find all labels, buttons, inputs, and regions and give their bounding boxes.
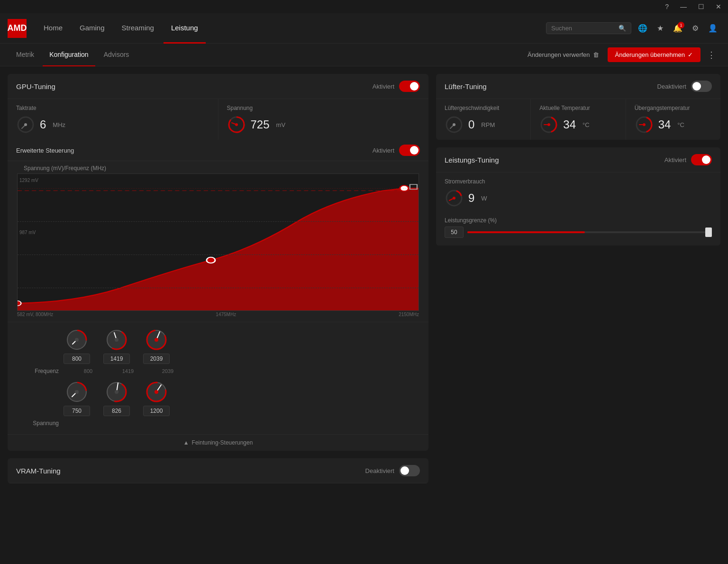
freq-input-1[interactable]: 800 [64, 354, 90, 364]
apply-label: Änderungen übernehmen [615, 51, 685, 58]
nav-leistung[interactable]: Leistung [164, 13, 206, 44]
bell-icon-btn[interactable]: 🔔 1 [670, 21, 685, 36]
leistungs-tuning-header: Leistungs-Tuning Aktiviert [436, 147, 720, 173]
grid-line-3 [18, 288, 419, 288]
taktrate-label: Taktrate [16, 105, 209, 111]
freq-knob-group: 800 1419 [64, 328, 170, 364]
slider-container: Leistungsgrenze (%) 50 [436, 213, 720, 246]
nav-right: 🔍 🌐 ★ 🔔 1 ⚙ 👤 [546, 21, 720, 36]
freq-val-3-display: 2039 [155, 368, 181, 374]
right-column: Lüfter-Tuning Deaktiviert Lüftergeschwin… [436, 74, 720, 483]
taktrate-value-row: 6 MHz [16, 115, 209, 134]
amd-logo: AMD [8, 19, 27, 38]
geschwindigkeit-label: Lüftergeschwindigkeit [445, 105, 522, 111]
ubergang-dial [635, 115, 654, 134]
chart-container[interactable]: 1292 mV 987 mV [17, 173, 419, 311]
temp-dial [539, 115, 558, 134]
taktrate-value: 6 [40, 118, 46, 131]
chart-y-top: 1292 mV [19, 178, 38, 183]
apply-button[interactable]: Änderungen übernehmen ✓ [608, 47, 701, 62]
subnav-metrik[interactable]: Metrik [9, 44, 41, 66]
star-icon-btn[interactable]: ★ [654, 21, 666, 36]
spannung-knob-svg-1[interactable] [65, 380, 89, 404]
help-button[interactable]: ? [662, 2, 672, 11]
stromverbrauch-unit: W [481, 195, 487, 202]
spannung-knob-group: 750 826 [64, 380, 170, 416]
globe-icon-btn[interactable]: 🌐 [635, 21, 650, 36]
nav-home[interactable]: Home [36, 13, 70, 44]
leistungs-tuning-toggle[interactable] [691, 154, 712, 165]
spannung-knob-svg-3[interactable] [145, 380, 168, 404]
maximize-button[interactable]: ☐ [695, 2, 707, 11]
search-box[interactable]: 🔍 [546, 22, 631, 34]
lufter-tuning-status: Deaktiviert [657, 83, 686, 90]
geschwindigkeit-value-row: 0 RPM [445, 115, 522, 134]
svg-point-25 [75, 390, 79, 394]
temp-value-row: 34 °C [539, 115, 617, 134]
lufter-tuning-toggle[interactable] [691, 81, 712, 92]
left-column: GPU-Tuning Aktiviert Taktrate 6 MHz [8, 74, 428, 483]
notification-badge: 1 [678, 22, 684, 28]
svg-point-35 [453, 123, 455, 126]
temp-metric: Aktuelle Temperatur 34 °C [531, 99, 626, 140]
fine-tuning-toggle[interactable]: ▲ Feintuning-Steuerungen [8, 434, 428, 451]
sub-nav: Metrik Konfiguration Advisors Änderungen… [0, 44, 728, 66]
minimize-button[interactable]: — [677, 2, 690, 11]
spannung-unit: mV [276, 121, 286, 128]
fine-tuning-label: Feintuning-Steuerungen [192, 439, 253, 446]
chart-x-right: 2150MHz [399, 312, 419, 317]
nav-gaming[interactable]: Gaming [72, 13, 112, 44]
search-input[interactable] [551, 25, 616, 32]
stromverbrauch-value-row: 9 W [445, 189, 712, 208]
vram-tuning-header: VRAM-Tuning Deaktiviert [8, 458, 428, 483]
freq-knob-svg-2[interactable] [105, 328, 128, 352]
nav-streaming[interactable]: Streaming [114, 13, 162, 44]
chevron-up-icon: ▲ [183, 439, 189, 446]
subnav-konfiguration[interactable]: Konfiguration [43, 44, 95, 66]
freq-knob-svg-1[interactable] [65, 328, 89, 352]
settings-icon-btn[interactable]: ⚙ [689, 21, 701, 36]
freq-input-2[interactable]: 1419 [103, 354, 130, 364]
erweiterte-toggle[interactable] [399, 145, 420, 156]
slider-thumb[interactable] [705, 227, 712, 237]
slider-track[interactable] [467, 231, 712, 233]
vram-tuning-card: VRAM-Tuning Deaktiviert [8, 458, 428, 483]
slider-fill [467, 231, 585, 233]
freq-input-3[interactable]: 2039 [143, 354, 170, 364]
chart-x-labels: 582 mV, 800MHz 1475MHz 2150MHz [15, 311, 421, 318]
lufter-tuning-title: Lüfter-Tuning [445, 82, 657, 91]
svg-point-7 [207, 257, 215, 263]
freq-val-2-display: 1419 [115, 368, 141, 374]
svg-point-6 [18, 301, 21, 306]
grid-line-1 [18, 221, 419, 222]
spannung-value: 725 [251, 118, 270, 131]
subnav-advisors[interactable]: Advisors [97, 44, 136, 66]
spannung-knob-2: 826 [103, 380, 130, 416]
spannung-knob-svg-2[interactable] [105, 380, 128, 404]
spannung-input-1[interactable]: 750 [64, 406, 90, 416]
svg-point-13 [75, 338, 79, 342]
chart-x-left: 582 mV, 800MHz [17, 312, 53, 317]
vram-tuning-toggle[interactable] [399, 465, 420, 476]
spannung-value-row: 725 mV [227, 115, 420, 134]
user-icon-btn[interactable]: 👤 [705, 21, 720, 36]
gpu-tuning-header: GPU-Tuning Aktiviert [8, 74, 428, 99]
ubergang-label: Übergangstemperatur [635, 105, 712, 111]
svg-point-4 [235, 123, 238, 126]
freq-knob-svg-3[interactable] [145, 328, 168, 352]
leistungsgrenze-label: Leistungsgrenze (%) [445, 217, 712, 224]
taktrate-metric: Taktrate 6 MHz [8, 99, 218, 140]
close-button[interactable]: ✕ [713, 2, 724, 11]
slider-value-box[interactable]: 50 [445, 227, 464, 238]
svg-point-41 [643, 123, 646, 126]
spannung-input-3[interactable]: 1200 [143, 406, 170, 416]
discard-button[interactable]: Änderungen verwerfen 🗑 [523, 48, 604, 61]
leistungs-tuning-title: Leistungs-Tuning [445, 156, 664, 164]
checkmark-icon: ✓ [688, 51, 693, 58]
erweiterte-label: Erweiterte Steuerung [16, 147, 373, 154]
gpu-tuning-toggle[interactable] [399, 81, 420, 92]
main-nav: AMD Home Gaming Streaming Leistung 🔍 🌐 ★… [0, 13, 728, 44]
slider-row: 50 [445, 227, 712, 238]
spannung-input-2[interactable]: 826 [103, 406, 130, 416]
more-options-button[interactable]: ⋮ [704, 47, 719, 63]
